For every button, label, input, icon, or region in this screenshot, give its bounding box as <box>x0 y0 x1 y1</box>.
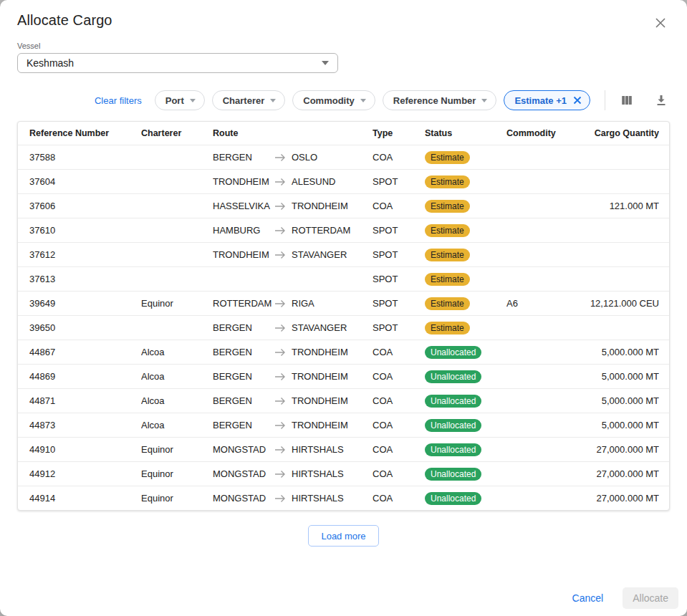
columns-icon <box>620 99 634 110</box>
cell-route: MONGSTADHIRTSHALS <box>213 493 373 504</box>
route-origin: TRONDHEIM <box>213 176 274 187</box>
cargo-table: Reference Number Charterer Route Type St… <box>17 121 670 511</box>
table-body: 37588BERGENOSLOCOAEstimate37604TRONDHEIM… <box>18 145 669 510</box>
table-row[interactable]: 39649EquinorROTTERDAMRIGASPOTEstimateA61… <box>18 291 669 315</box>
route-origin: BERGEN <box>213 347 274 357</box>
table-row[interactable]: 44869AlcoaBERGENTRONDHEIMCOAUnallocated5… <box>18 364 669 388</box>
status-badge: Unallocated <box>425 395 481 408</box>
table-row[interactable]: 37604TRONDHEIMALESUNDSPOTEstimate <box>18 169 669 193</box>
cell-type: COA <box>373 201 425 211</box>
table-row[interactable]: 37606HASSELVIKATRONDHEIMCOAEstimate121.0… <box>18 193 669 218</box>
table-row[interactable]: 44871AlcoaBERGENTRONDHEIMCOAUnallocated5… <box>18 388 669 413</box>
columns-button[interactable] <box>618 92 635 109</box>
cell-status: Unallocated <box>425 419 506 432</box>
route-arrow-icon <box>274 202 286 211</box>
cell-route: BERGENOSLO <box>213 152 373 163</box>
cell-status: Unallocated <box>425 346 506 359</box>
table-row[interactable]: 44910EquinorMONGSTADHIRTSHALSCOAUnalloca… <box>18 437 669 461</box>
filter-chip-estimate-active[interactable]: Estimate +1 <box>504 90 590 110</box>
cell-type: COA <box>373 371 425 382</box>
route-arrow-icon <box>274 421 286 430</box>
route-destination: TRONDHEIM <box>292 420 348 430</box>
status-badge: Estimate <box>425 151 470 164</box>
column-header-commodity: Commodity <box>506 128 585 138</box>
cell-reference-number: 44867 <box>29 347 141 357</box>
filter-chip-port[interactable]: Port <box>155 90 205 110</box>
filter-chip-charterer[interactable]: Charterer <box>212 90 286 110</box>
cell-route: BERGENSTAVANGER <box>213 322 373 333</box>
cell-reference-number: 37610 <box>29 225 141 236</box>
cell-cargo-quantity: 12,121.000 CEU <box>585 298 659 309</box>
filter-chip-commodity[interactable]: Commodity <box>292 90 375 110</box>
cell-charterer: Alcoa <box>141 395 213 406</box>
cell-type: COA <box>373 444 425 455</box>
route-origin: BERGEN <box>213 322 274 333</box>
cell-reference-number: 44910 <box>29 444 141 455</box>
route-arrow-icon <box>274 470 286 478</box>
route-destination: ROTTERDAM <box>292 225 350 236</box>
route-origin: BERGEN <box>213 395 274 406</box>
chevron-down-icon <box>190 99 196 102</box>
route-destination: STAVANGER <box>292 249 347 260</box>
cell-cargo-quantity: 5,000.000 MT <box>585 420 659 430</box>
remove-filter-icon[interactable] <box>572 95 582 105</box>
route-arrow-icon <box>274 226 286 235</box>
cell-cargo-quantity: 121.000 MT <box>585 201 659 211</box>
cell-reference-number: 37604 <box>29 176 141 187</box>
allocate-button[interactable]: Allocate <box>623 587 678 609</box>
table-row[interactable]: 37613SPOTEstimate <box>18 266 669 291</box>
route-arrow-icon <box>274 178 286 186</box>
column-header-charterer: Charterer <box>141 128 213 138</box>
table-row[interactable]: 39650BERGENSTAVANGERSPOTEstimate <box>18 315 669 340</box>
table-row[interactable]: 44914EquinorMONGSTADHIRTSHALSCOAUnalloca… <box>18 486 669 510</box>
filter-chip-label: Reference Number <box>393 95 476 106</box>
table-row[interactable]: 44867AlcoaBERGENTRONDHEIMCOAUnallocated5… <box>18 340 669 364</box>
route-arrow-icon <box>274 299 286 308</box>
status-badge: Estimate <box>425 322 470 335</box>
load-more-button[interactable]: Load more <box>308 525 378 547</box>
route-arrow-icon <box>274 324 286 332</box>
filter-bar: Clear filters Port Charterer Commodity R… <box>17 90 670 110</box>
close-button[interactable] <box>651 14 670 32</box>
cell-reference-number: 37588 <box>29 152 141 163</box>
filter-chip-reference-number[interactable]: Reference Number <box>383 90 497 110</box>
table-row[interactable]: 44912EquinorMONGSTADHIRTSHALSCOAUnalloca… <box>18 461 669 486</box>
table-row[interactable]: 44873AlcoaBERGENTRONDHEIMCOAUnallocated5… <box>18 413 669 437</box>
table-row[interactable]: 37588BERGENOSLOCOAEstimate <box>18 145 669 169</box>
download-button[interactable] <box>653 92 670 109</box>
column-header-reference-number: Reference Number <box>29 128 141 138</box>
cell-reference-number: 37606 <box>29 201 141 211</box>
cell-type: SPOT <box>373 298 425 309</box>
route-destination: TRONDHEIM <box>292 201 348 211</box>
cell-charterer: Alcoa <box>141 347 213 357</box>
chevron-down-icon <box>270 99 276 102</box>
vessel-select[interactable]: Keshmash <box>17 53 338 73</box>
cell-status: Unallocated <box>425 443 506 456</box>
cell-charterer: Equinor <box>141 444 213 455</box>
cell-charterer: Alcoa <box>141 371 213 382</box>
cell-reference-number: 44914 <box>29 493 141 504</box>
vessel-field-group: Vessel Keshmash <box>0 32 687 73</box>
chevron-down-icon <box>322 61 329 65</box>
status-badge: Estimate <box>425 249 470 261</box>
route-arrow-icon <box>274 251 286 259</box>
status-badge: Unallocated <box>425 419 481 432</box>
route-origin: MONGSTAD <box>213 493 274 504</box>
cell-reference-number: 39650 <box>29 322 141 333</box>
route-origin: MONGSTAD <box>213 468 274 479</box>
cell-route: HASSELVIKATRONDHEIM <box>213 201 373 211</box>
column-header-route: Route <box>213 128 373 138</box>
cancel-button[interactable]: Cancel <box>572 592 604 604</box>
route-destination: TRONDHEIM <box>292 347 348 357</box>
cell-route: TRONDHEIMALESUND <box>213 176 373 187</box>
cell-charterer: Equinor <box>141 468 213 479</box>
table-row[interactable]: 37610HAMBURGROTTERDAMSPOTEstimate <box>18 218 669 242</box>
route-destination: RIGA <box>292 298 314 309</box>
cell-route: BERGENTRONDHEIM <box>213 347 373 357</box>
cell-route: BERGENTRONDHEIM <box>213 371 373 382</box>
clear-filters-button[interactable]: Clear filters <box>95 95 142 106</box>
table-row[interactable]: 37612TRONDHEIMSTAVANGERSPOTEstimate <box>18 242 669 266</box>
cell-status: Estimate <box>425 200 506 213</box>
chevron-down-icon <box>360 99 366 102</box>
cell-reference-number: 44873 <box>29 420 141 430</box>
